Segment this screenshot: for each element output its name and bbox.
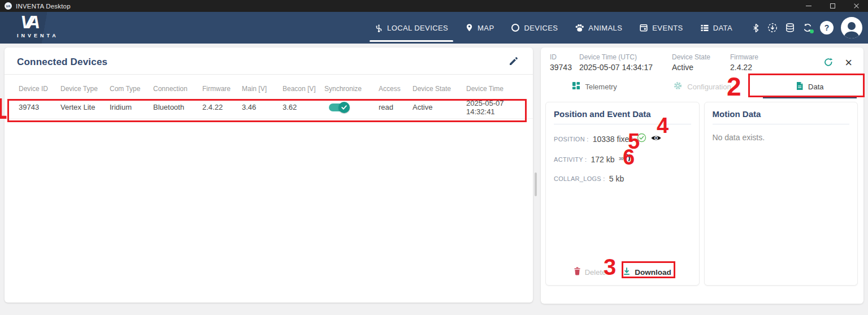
firmware-update-icon[interactable] (767, 23, 778, 33)
delete-label: Delete (585, 268, 606, 277)
annotation-number-6: 6 (623, 146, 635, 168)
close-panel-button[interactable]: × (845, 57, 852, 69)
inventa-logo: VA INVENTA (0, 12, 119, 44)
column-header-device-state: Device State (413, 85, 466, 93)
paw-icon (575, 24, 584, 32)
id-value: 39743 (550, 63, 571, 72)
position-row: POSITION : 10338 fixes (554, 133, 691, 145)
annotation-number-2: 2 (727, 74, 741, 100)
position-label: POSITION : (554, 136, 589, 143)
nav-items: LOCAL DEVICES MAP DEVICES ANIMALS EVENTS… (375, 12, 732, 44)
firmware-value: 2.4.22 (730, 63, 758, 72)
device-state-value: Active (672, 63, 722, 72)
column-header-device-id: Device ID (19, 85, 60, 93)
logo-wordmark: INVENTA (17, 33, 59, 38)
annotation-number-3: 3 (604, 256, 616, 278)
app-logo-icon: VA (5, 2, 12, 10)
maximize-icon (830, 3, 835, 8)
bluetooth-icon[interactable] (752, 23, 760, 33)
connected-devices-panel: Connected Devices Device ID Device Type … (5, 48, 533, 303)
gear-icon (673, 81, 683, 92)
database-icon[interactable] (785, 23, 795, 33)
position-event-data-card: Position and Event Data POSITION : 10338… (545, 102, 700, 286)
nav-label: DATA (713, 24, 732, 32)
column-header-beacon-v: Beacon [V] (283, 85, 324, 93)
pencil-icon (509, 59, 518, 67)
nav-item-data[interactable]: DATA (700, 12, 732, 44)
nav-item-map[interactable]: MAP (465, 12, 494, 44)
detail-header: ID 39743 Device Time (UTC) 2025-05-07 14… (541, 48, 863, 74)
app-window: VA INVENTA Desktop VA INVENTA LOCAL DEVI… (0, 0, 868, 315)
help-icon[interactable]: ? (820, 21, 834, 34)
nav-label: MAP (478, 24, 494, 32)
column-header-connection: Connection (153, 85, 202, 93)
column-header-main-v: Main [V] (242, 85, 283, 93)
nav-item-animals[interactable]: ANIMALS (575, 12, 622, 44)
device-time-label: Device Time (UTC) (579, 53, 664, 61)
annotation-box-row (7, 99, 527, 122)
refresh-button[interactable] (823, 57, 834, 69)
device-state-label: Device State (672, 53, 722, 61)
circle-icon (511, 23, 520, 32)
column-header-device-time: Device Time (466, 85, 533, 93)
collar-logs-value: 5 kb (609, 174, 624, 183)
status-icons: ? (752, 17, 862, 38)
table-header-row: Device ID Device Type Com Type Connectio… (5, 81, 533, 96)
divider (713, 124, 850, 124)
minimize-button[interactable] (797, 0, 821, 12)
vertical-scrollbar[interactable] (535, 172, 537, 196)
collar-logs-label: COLLAR_LOGS : (554, 175, 605, 182)
motion-data-card: Motion Data No data exists. (704, 102, 858, 286)
motion-empty-text: No data exists. (713, 133, 850, 142)
edit-devices-button[interactable] (508, 55, 519, 68)
connected-devices-title: Connected Devices (17, 57, 107, 68)
avatar[interactable] (841, 17, 862, 38)
sync-status-dot (810, 29, 814, 33)
nav-label: EVENTS (652, 24, 683, 32)
nav-item-local-devices[interactable]: LOCAL DEVICES (375, 12, 448, 44)
dashboard-icon (572, 81, 580, 92)
trash-icon (574, 267, 581, 277)
activity-value: 172 kb (591, 155, 614, 164)
delete-button[interactable]: Delete (574, 267, 606, 277)
nav-label: ANIMALS (588, 24, 622, 32)
id-label: ID (550, 53, 571, 61)
main-navbar: VA INVENTA LOCAL DEVICES MAP DEVICES ANI… (0, 12, 868, 44)
close-window-button[interactable] (844, 0, 868, 12)
tab-telemetry[interactable]: Telemetry (541, 75, 648, 98)
divider (5, 74, 533, 75)
maximize-button[interactable] (821, 0, 844, 12)
close-icon: × (845, 57, 852, 69)
minimize-icon (806, 6, 811, 6)
tab-label: Configuration (687, 83, 731, 91)
location-pin-icon (465, 23, 474, 32)
sync-icon[interactable] (802, 23, 813, 33)
tab-label: Telemetry (585, 83, 617, 91)
collar-logs-row: COLLAR_LOGS : 5 kb (554, 174, 691, 183)
refresh-icon (823, 57, 834, 69)
close-icon (853, 3, 860, 9)
annotation-box-download (622, 261, 675, 278)
annotation-box-data-tab (748, 74, 865, 97)
activity-label: ACTIVITY : (554, 156, 587, 163)
position-value: 10338 fixes (593, 135, 633, 144)
logo-monogram: VA (20, 12, 36, 33)
column-header-synchronize: Synchronize (324, 85, 379, 93)
annotation-number-4: 4 (657, 115, 669, 136)
column-header-access: Access (379, 85, 413, 93)
column-header-firmware: Firmware (202, 85, 242, 93)
calendar-icon (639, 23, 648, 32)
list-icon (700, 24, 709, 32)
nav-label: DEVICES (524, 24, 558, 32)
window-title: INVENTA Desktop (16, 3, 71, 10)
annotation-number-1: 1 (0, 94, 7, 123)
device-time-value: 2025-05-07 14:34:17 (579, 63, 664, 72)
divider (554, 124, 691, 124)
window-titlebar: VA INVENTA Desktop (0, 0, 868, 12)
column-header-com-type: Com Type (110, 85, 153, 93)
nav-label: LOCAL DEVICES (387, 24, 448, 32)
nav-item-events[interactable]: EVENTS (639, 12, 683, 44)
usb-icon (375, 23, 383, 33)
motion-card-title: Motion Data (713, 109, 850, 119)
nav-item-devices[interactable]: DEVICES (511, 12, 558, 44)
